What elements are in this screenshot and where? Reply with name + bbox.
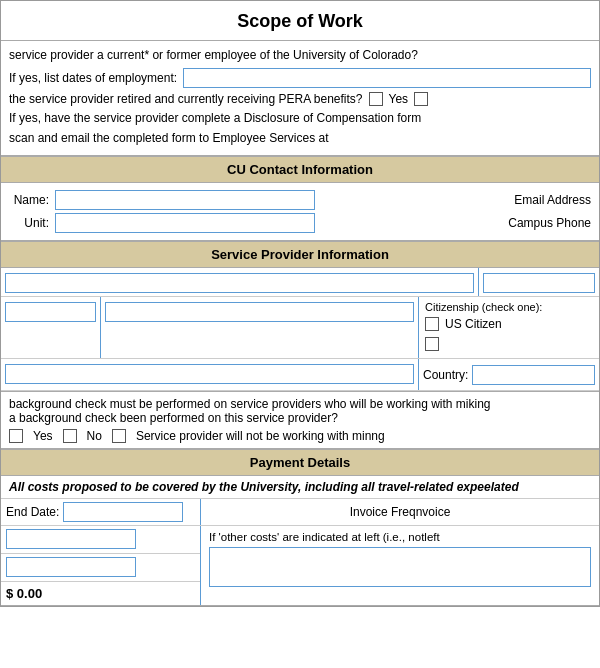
sp-cell1 bbox=[1, 268, 479, 296]
disclosure-line1: If yes, have the service provider comple… bbox=[9, 110, 591, 127]
us-citizen-checkbox[interactable] bbox=[425, 317, 439, 331]
sp-input1[interactable] bbox=[5, 273, 474, 293]
bg-yes-label: Yes bbox=[33, 429, 53, 443]
payment-all-bold: All bbox=[9, 480, 24, 494]
pera-checkbox[interactable] bbox=[369, 92, 383, 106]
sp-input5[interactable] bbox=[5, 364, 414, 384]
bottom-left-cell1 bbox=[1, 526, 200, 554]
bg-yes-checkbox[interactable] bbox=[9, 429, 23, 443]
sp-cell5 bbox=[1, 359, 419, 390]
sp-input4[interactable] bbox=[105, 302, 414, 322]
total-row: $ 0.00 bbox=[1, 582, 200, 605]
name-input[interactable] bbox=[55, 190, 315, 210]
invoice-label: Invoice Freqnvoice bbox=[350, 505, 451, 519]
non-us-checkbox[interactable] bbox=[425, 337, 439, 351]
sp-input2[interactable] bbox=[483, 273, 595, 293]
bg-no-label: No bbox=[87, 429, 102, 443]
disclosure-line2: scan and email the completed form to Emp… bbox=[9, 130, 591, 147]
sp-cell3 bbox=[1, 297, 101, 358]
name-label: Name: bbox=[9, 193, 49, 207]
bg-options: Yes No Service provider will not be work… bbox=[9, 429, 591, 443]
cost-input1[interactable] bbox=[6, 529, 136, 549]
cost-input2[interactable] bbox=[6, 557, 136, 577]
bg-line2: a background check been performed on thi… bbox=[9, 411, 591, 425]
page-title: Scope of Work bbox=[1, 1, 599, 41]
employment-input[interactable] bbox=[183, 68, 591, 88]
employment-row: If yes, list dates of employment: bbox=[9, 68, 591, 88]
other-costs-label: If 'other costs' are indicated at left (… bbox=[209, 531, 591, 543]
sp-input3[interactable] bbox=[5, 302, 96, 322]
cu-contact-header: CU Contact Information bbox=[1, 156, 599, 183]
sp-row1 bbox=[1, 268, 599, 297]
country-cell: Country: bbox=[419, 359, 599, 390]
preamble-line1: service provider a current* or former em… bbox=[9, 47, 591, 64]
bottom-left: $ 0.00 bbox=[1, 526, 201, 605]
end-date-label: End Date: bbox=[6, 505, 59, 519]
cu-contact-section: Name: Email Address Unit: Campus Phone bbox=[1, 183, 599, 241]
phone-label: Campus Phone bbox=[508, 216, 591, 230]
pera-yes-label: Yes bbox=[389, 92, 409, 106]
us-citizen-row: US Citizen bbox=[425, 317, 593, 331]
bottom-right: If 'other costs' are indicated at left (… bbox=[201, 526, 599, 605]
payment-header: Payment Details bbox=[1, 449, 599, 476]
preamble-section: service provider a current* or former em… bbox=[1, 41, 599, 156]
citizenship-label: Citizenship (check one): bbox=[425, 301, 593, 313]
country-input[interactable] bbox=[472, 365, 595, 385]
end-date-input[interactable] bbox=[63, 502, 183, 522]
other-costs-input[interactable] bbox=[209, 547, 591, 587]
invoice-cell: Invoice Freqnvoice bbox=[201, 502, 599, 522]
bg-not-working-label: Service provider will not be working wit… bbox=[136, 429, 385, 443]
payment-section: Payment Details All costs proposed to be… bbox=[1, 449, 599, 606]
unit-label: Unit: bbox=[9, 216, 49, 230]
bottom-left-cell2 bbox=[1, 554, 200, 582]
payment-italic: All costs proposed to be covered by the … bbox=[1, 476, 599, 499]
sp-section: Citizenship (check one): US Citizen Coun… bbox=[1, 268, 599, 392]
total-label: $ 0.00 bbox=[6, 586, 42, 601]
sp-row3: Country: bbox=[1, 359, 599, 391]
payment-italic-text: costs proposed to be covered by the Univ… bbox=[28, 480, 519, 494]
pera-row: the service provider retired and current… bbox=[9, 92, 591, 106]
sp-cell4 bbox=[101, 297, 419, 358]
unit-row: Unit: Campus Phone bbox=[9, 213, 591, 233]
employment-label: If yes, list dates of employment: bbox=[9, 71, 177, 85]
bg-section: background check must be performed on se… bbox=[1, 392, 599, 449]
end-date-cell: End Date: bbox=[1, 499, 201, 525]
email-label: Email Address bbox=[514, 193, 591, 207]
bg-no-checkbox[interactable] bbox=[63, 429, 77, 443]
page-container: Scope of Work service provider a current… bbox=[0, 0, 600, 607]
country-label: Country: bbox=[423, 368, 468, 382]
us-citizen-label: US Citizen bbox=[445, 317, 502, 331]
name-row: Name: Email Address bbox=[9, 190, 591, 210]
sp-cell2 bbox=[479, 268, 599, 296]
pera-text: the service provider retired and current… bbox=[9, 92, 363, 106]
bg-not-working-checkbox[interactable] bbox=[112, 429, 126, 443]
sp-header: Service Provider Information bbox=[1, 241, 599, 268]
citizenship-cell: Citizenship (check one): US Citizen bbox=[419, 297, 599, 358]
pera-checkbox2[interactable] bbox=[414, 92, 428, 106]
end-date-row: End Date: Invoice Freqnvoice bbox=[1, 499, 599, 526]
bg-line1: background check must be performed on se… bbox=[9, 397, 591, 411]
sp-row2: Citizenship (check one): US Citizen bbox=[1, 297, 599, 359]
unit-input[interactable] bbox=[55, 213, 315, 233]
bottom-rows: $ 0.00 If 'other costs' are indicated at… bbox=[1, 526, 599, 605]
